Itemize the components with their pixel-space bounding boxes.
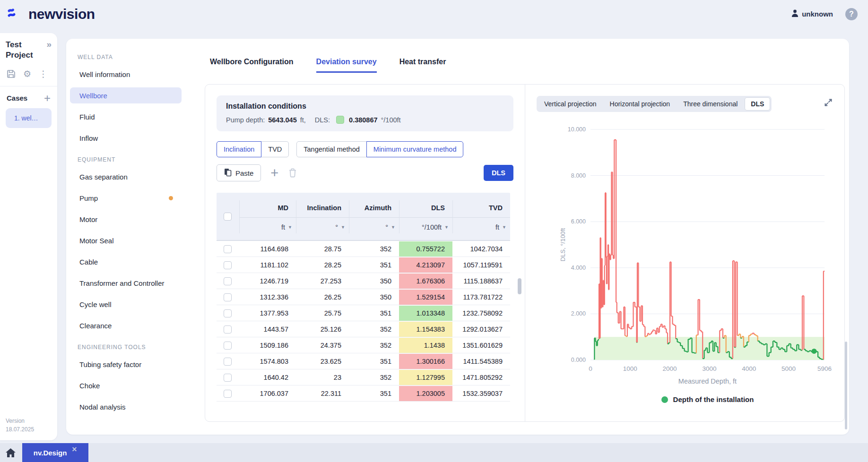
row-checkbox[interactable] — [224, 325, 232, 334]
tab-heat-transfer[interactable]: Heat transfer — [399, 58, 446, 73]
save-icon[interactable] — [7, 69, 16, 78]
cell-tvd[interactable]: 1232.758092 — [452, 309, 510, 317]
cell-md[interactable]: 1377.953 — [239, 309, 296, 317]
table-scrollbar[interactable] — [518, 278, 521, 294]
help-icon[interactable]: ? — [845, 8, 858, 20]
cell-inclination[interactable]: 28.25 — [296, 261, 349, 269]
cell-dls[interactable]: 1.013348 — [399, 306, 452, 321]
row-checkbox[interactable] — [224, 277, 232, 285]
paste-button[interactable]: Paste — [217, 164, 261, 181]
cell-azimuth[interactable]: 350 — [349, 277, 399, 285]
sidebar-item-pump[interactable]: Pump — [70, 190, 182, 206]
app-tab-nv-design[interactable]: nv.Design ✕ — [22, 443, 88, 462]
column-header-inclination[interactable]: Inclination — [296, 204, 349, 212]
dls-button[interactable]: DLS — [484, 165, 513, 181]
unit-select-inclination[interactable]: °▼ — [296, 223, 349, 231]
cell-tvd[interactable]: 1471.805292 — [452, 374, 510, 381]
cell-md[interactable]: 1706.037 — [239, 390, 296, 397]
column-header-dls[interactable]: DLS — [399, 204, 452, 212]
sidebar-item-motor[interactable]: Motor — [70, 211, 182, 227]
sidebar-item-transformer-and-controller[interactable]: Transformer and Controller — [70, 275, 182, 291]
cell-md[interactable]: 1509.186 — [239, 342, 296, 349]
cell-inclination[interactable]: 23.625 — [296, 358, 349, 365]
cell-azimuth[interactable]: 352 — [349, 325, 399, 333]
column-header-azimuth[interactable]: Azimuth — [349, 204, 399, 212]
sidebar-item-cycle-well[interactable]: Cycle well — [70, 296, 182, 312]
cell-azimuth[interactable]: 351 — [349, 309, 399, 317]
toggle-inclination[interactable]: Inclination — [217, 141, 261, 157]
cell-azimuth[interactable]: 351 — [349, 390, 399, 397]
row-checkbox[interactable] — [224, 309, 232, 317]
unit-select-md[interactable]: ft▼ — [239, 223, 296, 231]
cell-tvd[interactable]: 1292.013627 — [452, 325, 510, 333]
cell-dls[interactable]: 1.203005 — [399, 386, 452, 401]
cell-azimuth[interactable]: 352 — [349, 245, 399, 253]
unit-select-tvd[interactable]: ft▼ — [452, 223, 510, 231]
row-checkbox[interactable] — [224, 390, 232, 398]
dls-chart[interactable]: 0.0002.0004.0006.0008.00010.000DLS, °/10… — [557, 108, 836, 375]
add-row-button[interactable]: + — [270, 167, 278, 179]
add-case-button[interactable]: + — [44, 94, 51, 103]
cell-inclination[interactable]: 25.75 — [296, 309, 349, 317]
cell-tvd[interactable]: 1173.781722 — [452, 293, 510, 301]
cell-tvd[interactable]: 1057.119591 — [452, 261, 510, 269]
cell-inclination[interactable]: 23 — [296, 374, 349, 381]
row-checkbox[interactable] — [224, 261, 232, 269]
gear-icon[interactable]: ⚙ — [23, 68, 31, 79]
cell-azimuth[interactable]: 351 — [349, 358, 399, 365]
case-item[interactable]: 1. wel… — [6, 108, 52, 128]
cell-dls[interactable]: 1.676306 — [399, 274, 452, 289]
sidebar-item-fluid[interactable]: Fluid — [70, 109, 182, 125]
sidebar-item-tubing-safety-factor[interactable]: Tubing safety factor — [70, 356, 182, 372]
row-checkbox[interactable] — [224, 342, 232, 350]
cell-inclination[interactable]: 27.253 — [296, 277, 349, 285]
cell-dls[interactable]: 1.529154 — [399, 290, 452, 305]
row-checkbox[interactable] — [224, 245, 232, 253]
cell-dls[interactable]: 1.154383 — [399, 322, 452, 337]
expand-chart-icon[interactable] — [824, 98, 833, 107]
cell-dls[interactable]: 4.213097 — [399, 257, 452, 273]
cell-inclination[interactable]: 26.25 — [296, 293, 349, 301]
toggle-tangential-method[interactable]: Tangential method — [296, 141, 367, 157]
sidebar-item-clearance[interactable]: Clearance — [70, 317, 182, 334]
cell-tvd[interactable]: 1411.545389 — [452, 358, 510, 365]
cell-azimuth[interactable]: 350 — [349, 293, 399, 301]
cell-azimuth[interactable]: 351 — [349, 261, 399, 269]
sidebar-item-well-information[interactable]: Well information — [70, 66, 182, 82]
cell-azimuth[interactable]: 352 — [349, 374, 399, 381]
close-tab-icon[interactable]: ✕ — [71, 445, 77, 453]
toggle-tvd[interactable]: TVD — [261, 141, 289, 157]
unit-select-azimuth[interactable]: °▼ — [349, 223, 399, 231]
sidebar-item-wellbore[interactable]: Wellbore — [70, 87, 182, 103]
sidebar-item-gas-separation[interactable]: Gas separation — [70, 169, 182, 185]
row-checkbox[interactable] — [224, 358, 232, 366]
cell-md[interactable]: 1181.102 — [239, 261, 296, 269]
cell-tvd[interactable]: 1532.359037 — [452, 390, 510, 397]
user-menu[interactable]: unknown — [791, 9, 833, 18]
cell-md[interactable]: 1443.57 — [239, 325, 296, 333]
column-header-tvd[interactable]: TVD — [452, 204, 510, 212]
cell-inclination[interactable]: 22.311 — [296, 390, 349, 397]
cell-azimuth[interactable]: 352 — [349, 342, 399, 349]
cell-md[interactable]: 1574.803 — [239, 358, 296, 365]
cell-md[interactable]: 1246.719 — [239, 277, 296, 285]
sidebar-item-motor-seal[interactable]: Motor Seal — [70, 232, 182, 248]
sidebar-item-cable[interactable]: Cable — [70, 254, 182, 270]
kebab-menu-icon[interactable]: ⋮ — [39, 68, 48, 79]
cell-dls[interactable]: 1.1438 — [399, 338, 452, 353]
unit-select-dls[interactable]: °/100ft▼ — [399, 223, 452, 231]
row-checkbox[interactable] — [224, 374, 232, 382]
cell-md[interactable]: 1164.698 — [239, 245, 296, 253]
delete-row-icon[interactable] — [288, 168, 297, 178]
cell-tvd[interactable]: 1042.7034 — [452, 245, 510, 253]
sidebar-item-choke[interactable]: Choke — [70, 377, 182, 394]
sidebar-item-inflow[interactable]: Inflow — [70, 130, 182, 146]
toggle-minimum-curvature-method[interactable]: Minimum curvature method — [366, 141, 464, 157]
cell-dls[interactable]: 1.300166 — [399, 354, 452, 369]
collapse-panel-icon[interactable]: » — [46, 40, 52, 61]
cell-md[interactable]: 1640.42 — [239, 374, 296, 381]
row-checkbox[interactable] — [224, 293, 232, 301]
home-icon[interactable] — [6, 448, 16, 457]
cell-dls[interactable]: 0.755722 — [399, 241, 452, 257]
cell-inclination[interactable]: 25.126 — [296, 325, 349, 333]
